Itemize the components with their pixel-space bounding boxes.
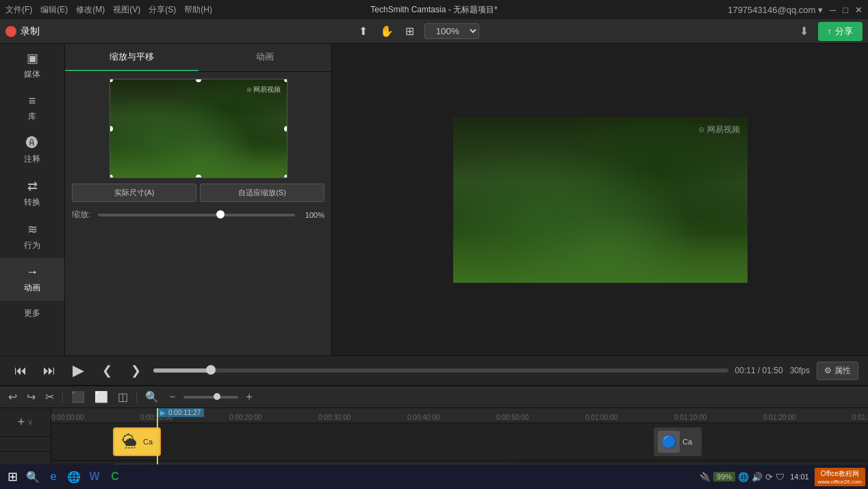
redo-button[interactable]: ↪ [24, 389, 38, 405]
ruler-mark-40: 0:00:40:00 [407, 414, 439, 421]
zoom-thumb[interactable] [216, 210, 225, 218]
clip-2-label: Ca [682, 438, 692, 446]
ruler-mark-20: 0:00:20:00 [229, 414, 261, 421]
timeline-ruler: ▶ 0:00:11;27 0:00:00:00 0:00:10:00 0:00:… [51, 408, 868, 423]
actual-size-button[interactable]: 实际尺寸(A) [72, 184, 196, 202]
user-account[interactable]: 1797543146@qq.com ▾ [728, 5, 823, 15]
handle-ml[interactable] [110, 126, 113, 131]
zoom-out-button[interactable]: － [164, 388, 181, 405]
track-2-clip-1[interactable]: 🌦 Ca [113, 427, 161, 456]
record-button[interactable]: 录制 [5, 25, 40, 38]
copy-button[interactable]: ⬛ [68, 389, 88, 405]
handle-br[interactable] [284, 175, 288, 178]
menu-share[interactable]: 分享(S) [149, 4, 176, 16]
ruler-mark-80: 0:01:20:00 [763, 414, 795, 421]
select-tool[interactable]: ⬆ [355, 23, 372, 40]
main-area: ▣ 媒体 ≡ 库 🅐 注释 ⇄ 转换 ≋ 行为 → 动画 更多 缩放与平移 [0, 44, 868, 355]
sidebar-item-media[interactable]: ▣ 媒体 [0, 44, 64, 87]
menu-modify[interactable]: 修改(M) [76, 4, 105, 16]
ruler-spacer [0, 437, 51, 452]
preview-watermark: ⊙ 网易视频 [246, 85, 281, 95]
zoom-slider[interactable] [98, 214, 295, 216]
playback-controls: ⏮ ⏭ ▶ ❮ ❯ 00:11 / 01:50 30fps ⚙ 属性 [0, 355, 868, 386]
handle-tr[interactable] [284, 79, 288, 82]
media-icon: ▣ [27, 51, 38, 66]
gear-icon: ⚙ [824, 366, 832, 375]
sidebar-label-library: 库 [28, 111, 36, 123]
tab-animation[interactable]: 动画 [199, 44, 332, 71]
sidebar-label-annotation: 注释 [24, 153, 40, 165]
ruler-mark-70: 0:01:10:00 [674, 414, 706, 421]
cut-button[interactable]: ✂ [42, 389, 57, 405]
properties-button[interactable]: ⚙ 属性 [817, 362, 858, 380]
effects-panel: 缩放与平移 动画 ⊙ 网易视频 [65, 44, 332, 355]
start-button[interactable]: ⊞ [3, 467, 22, 486]
close-button[interactable]: ✕ [855, 5, 863, 15]
scrubber-thumb[interactable] [206, 365, 216, 375]
office-label: Office教程网 [821, 469, 859, 479]
taskbar-search[interactable]: 🔍 [23, 467, 42, 486]
handle-bm[interactable] [196, 175, 201, 178]
next-frame-button[interactable]: ❯ [125, 360, 146, 381]
timeline-scrubber[interactable] [153, 368, 728, 373]
progress-fill [153, 368, 211, 373]
main-green-overlay [453, 216, 748, 283]
record-label: 录制 [21, 25, 40, 38]
zoom-slider-thumb[interactable] [214, 393, 220, 400]
panel-content: ⊙ 网易视频 实际尺寸(A) 自适应缩放(S) 缩放: 100% [65, 72, 331, 355]
taskbar-word[interactable]: W [85, 467, 104, 486]
play-button[interactable]: ▶ [67, 360, 89, 381]
zoom-dropdown[interactable]: 100% 75% 50% 150% [424, 23, 479, 39]
split-button[interactable]: ◫ [115, 389, 131, 405]
ruler-mark-0: 0:00:00:00 [51, 414, 84, 421]
sidebar-item-annotation[interactable]: 🅐 注释 [0, 129, 64, 172]
sidebar-item-behavior[interactable]: ≋ 行为 [0, 215, 64, 258]
security-icon: 🛡 [776, 472, 784, 482]
share-button[interactable]: ↑ 分享 [818, 22, 863, 41]
menu-help[interactable]: 帮助(H) [184, 4, 212, 16]
app-title: TechSmith Camtasia - 无标题项目* [370, 4, 497, 16]
handle-mr[interactable] [284, 126, 288, 131]
office-badge[interactable]: Office教程网 www.office26.com [815, 468, 865, 486]
fps-display: 30fps [790, 366, 810, 375]
taskbar-edge[interactable]: 🌐 [64, 467, 84, 486]
add-track-button[interactable]: + [18, 415, 25, 429]
tab-zoom-pan[interactable]: 缩放与平移 [65, 44, 199, 71]
sidebar-item-library[interactable]: ≡ 库 [0, 87, 64, 129]
handle-tm[interactable] [196, 79, 201, 82]
windows-icon: ⊞ [8, 469, 18, 484]
handle-tl[interactable] [110, 79, 113, 82]
download-icon[interactable]: ⬇ [800, 25, 808, 38]
ruler-mark-60: 0:01:00:00 [585, 414, 617, 421]
titlebar: 文件(F) 编辑(E) 修改(M) 视图(V) 分享(S) 帮助(H) Tech… [0, 0, 868, 19]
clip-1-label: Ca [143, 438, 153, 446]
ie-icon: e [51, 471, 57, 483]
paste-button[interactable]: ⬜ [92, 389, 111, 405]
undo-button[interactable]: ↩ [5, 389, 20, 405]
sidebar-item-transition[interactable]: ⇄ 转换 [0, 172, 64, 215]
taskbar-camtasia[interactable]: C [105, 467, 125, 486]
main-watermark: ⊙ 网易视频 [698, 124, 740, 136]
track-expand-icon[interactable]: ∨ [27, 418, 33, 427]
handle-bl[interactable] [110, 175, 113, 178]
prev-frame-button[interactable]: ❮ [96, 360, 118, 381]
timeline-zoom: 🔍 － ＋ [142, 388, 257, 405]
crop-tool[interactable]: ⊞ [401, 23, 419, 40]
sidebar-item-more[interactable]: 更多 [0, 301, 64, 326]
sidebar-item-animation[interactable]: → 动画 [0, 258, 64, 301]
rewind-button[interactable]: ⏮ [10, 360, 31, 381]
zoom-in-button[interactable]: ＋ [241, 388, 257, 405]
menu-view[interactable]: 视图(V) [113, 4, 140, 16]
zoom-slider[interactable] [183, 396, 238, 399]
track-2-clip-2[interactable]: 🔵 Ca [654, 427, 702, 456]
taskbar-ie[interactable]: e [44, 467, 63, 486]
menu-edit[interactable]: 编辑(E) [40, 4, 68, 16]
maximize-button[interactable]: □ [843, 5, 848, 15]
minimize-button[interactable]: ─ [830, 5, 836, 15]
playhead-time-display: ▶ 0:00:11;27 [157, 408, 204, 417]
fit-to-screen-button[interactable]: 自适应缩放(S) [200, 184, 324, 202]
time-display: 00:11 / 01:50 [735, 366, 783, 375]
step-back-button[interactable]: ⏭ [38, 360, 60, 381]
hand-tool[interactable]: ✋ [378, 23, 396, 40]
menu-file[interactable]: 文件(F) [5, 4, 32, 16]
